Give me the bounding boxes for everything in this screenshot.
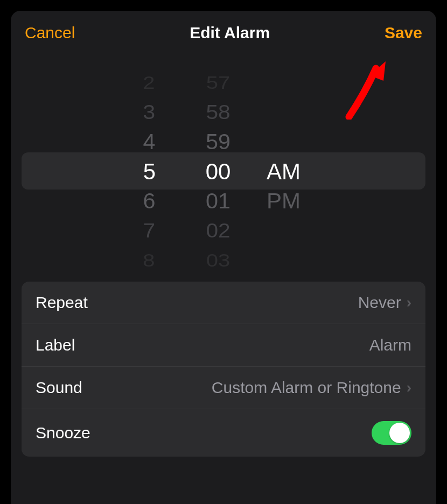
label-value: Alarm: [369, 336, 411, 354]
picker-item: 02: [177, 218, 260, 243]
toggle-knob: [389, 423, 410, 443]
nav-bar: Cancel Edit Alarm Save: [11, 11, 436, 47]
snooze-row: Snooze: [22, 409, 425, 457]
picker-item: 2: [107, 71, 173, 94]
cancel-button[interactable]: Cancel: [25, 24, 75, 42]
page-title: Edit Alarm: [190, 24, 270, 42]
picker-item: 5: [105, 157, 175, 186]
picker-item: AM: [261, 157, 342, 186]
picker-item: 56: [178, 58, 259, 62]
picker-item: PM: [261, 187, 342, 215]
picker-item: 58: [177, 99, 260, 125]
chevron-right-icon: ›: [407, 379, 411, 396]
repeat-row[interactable]: Repeat Never ›: [22, 282, 425, 324]
picker-item: 00: [175, 157, 261, 186]
sound-label: Sound: [36, 379, 82, 397]
save-button[interactable]: Save: [385, 24, 422, 42]
ampm-picker[interactable]: AMPM: [261, 58, 342, 274]
edit-alarm-sheet: Cancel Edit Alarm Save 123456789 5657585…: [11, 11, 436, 504]
picker-item: 3: [106, 99, 174, 125]
label-row[interactable]: Label Alarm: [22, 324, 425, 367]
label-label: Label: [36, 336, 75, 354]
picker-item: 6: [106, 187, 174, 215]
sound-row[interactable]: Sound Custom Alarm or Ringtone ›: [22, 367, 425, 409]
picker-item: 1: [107, 58, 173, 62]
chevron-right-icon: ›: [407, 294, 411, 311]
snooze-toggle[interactable]: [372, 421, 411, 445]
picker-item: 8: [107, 249, 173, 272]
sound-value: Custom Alarm or Ringtone: [212, 379, 401, 397]
time-picker: 123456789 565758590001020304 AMPM: [11, 58, 436, 274]
snooze-label: Snooze: [36, 424, 90, 442]
picker-item: 03: [177, 249, 259, 272]
picker-item: 7: [106, 218, 174, 243]
picker-item: 01: [176, 187, 260, 215]
picker-item: 59: [176, 128, 260, 156]
hour-picker[interactable]: 123456789: [105, 58, 175, 274]
settings-list: Repeat Never › Label Alarm Sound Custom …: [22, 282, 425, 457]
minute-picker[interactable]: 565758590001020304: [175, 58, 261, 274]
picker-item: 57: [177, 71, 259, 94]
repeat-value: Never: [358, 293, 401, 312]
picker-item: 4: [106, 128, 174, 156]
repeat-label: Repeat: [36, 293, 88, 312]
